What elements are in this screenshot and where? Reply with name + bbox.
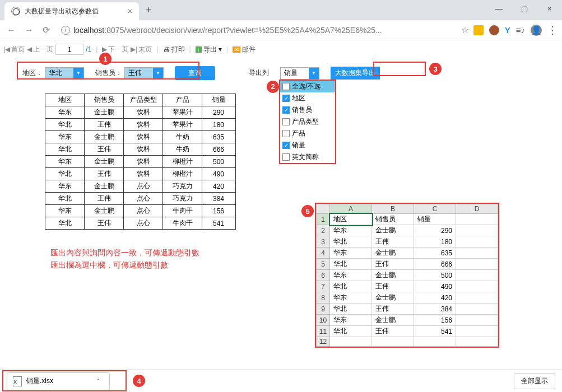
excel-row-header[interactable]: 5 — [317, 259, 330, 270]
excel-col-header[interactable]: D — [456, 204, 498, 214]
excel-row-header[interactable]: 11 — [317, 326, 330, 337]
excel-row: 1地区销售员销量 — [317, 214, 498, 225]
dropdown-option[interactable]: ✓销售员 — [280, 104, 335, 116]
excel-row: 11华北王伟541 — [317, 326, 498, 337]
xlsx-icon — [12, 376, 22, 386]
export-button[interactable]: ↓导出 ▾ — [196, 45, 222, 54]
url-bar[interactable]: i localhost:8075/webroot/decision/view/r… — [57, 24, 457, 37]
sales-select[interactable]: 王伟 ▼ — [124, 67, 164, 80]
profile-icon[interactable]: 👤 — [531, 25, 542, 36]
tab-title: 大数据量导出动态参数值 — [25, 7, 123, 16]
excel-row: 12 — [317, 337, 498, 347]
extension-icons: Y ≡♪ 👤 ⋮ — [473, 24, 558, 36]
excel-row-header[interactable]: 4 — [317, 248, 330, 259]
excel-row-header[interactable]: 7 — [317, 281, 330, 292]
ext-icon-1[interactable] — [473, 25, 484, 35]
badge-3: 3 — [429, 63, 442, 75]
window-controls: — ▢ × — [486, 0, 562, 17]
playlist-icon[interactable]: ≡♪ — [516, 25, 525, 35]
highlight-box-3 — [373, 62, 426, 76]
checkbox-icon: ✓ — [282, 106, 290, 114]
browser-tab[interactable]: ◯ 大数据量导出动态参数值 × — [4, 2, 139, 20]
excel-row: 3华北王伟180 — [317, 236, 498, 248]
checkbox-icon — [282, 118, 290, 125]
back-button[interactable]: ← — [4, 23, 18, 38]
query-button[interactable]: 查询 — [175, 66, 215, 80]
select-all-option[interactable]: 全选/不选 — [280, 81, 335, 92]
reload-button[interactable]: ⟳ — [40, 22, 52, 38]
excel-row-header[interactable]: 2 — [317, 225, 330, 236]
excel-row: 5华北王伟666 — [317, 259, 498, 270]
checkbox-icon — [282, 153, 290, 161]
page-input[interactable] — [55, 44, 83, 55]
prev-page-button[interactable]: ◀上一页 — [27, 45, 53, 54]
excel-row-header[interactable]: 6 — [317, 270, 330, 281]
column-header: 产品 — [163, 94, 202, 106]
table-row: 华北王伟点心牛肉干541 — [45, 217, 236, 230]
excel-row: 6华东金士鹏500 — [317, 270, 498, 281]
page-total: /1 — [86, 45, 91, 53]
excel-row: 8华东金士鹏420 — [317, 292, 498, 304]
minimize-button[interactable]: — — [486, 0, 512, 17]
excel-col-header[interactable]: B — [372, 204, 414, 214]
ext-icon-3[interactable]: Y — [505, 25, 510, 35]
column-header: 地区 — [45, 94, 85, 106]
excel-row-header[interactable]: 8 — [317, 292, 330, 304]
info-icon[interactable]: i — [61, 26, 70, 35]
export-col-select[interactable]: 销量 ▼ — [280, 67, 319, 80]
bookmark-icon[interactable]: ☆ — [461, 25, 469, 35]
dropdown-option[interactable]: ✓销量 — [280, 139, 335, 151]
close-button[interactable]: × — [537, 0, 562, 17]
dropdown-option[interactable]: ✓地区 — [280, 92, 335, 104]
excel-row: 7华北王伟490 — [317, 281, 498, 292]
excel-col-header[interactable]: A — [330, 204, 372, 214]
checkbox-icon — [282, 83, 290, 90]
print-button[interactable]: 🖨打印 — [163, 45, 185, 54]
excel-row: 4华东金士鹏635 — [317, 248, 498, 259]
sales-label: 销售员： — [95, 68, 122, 78]
table-row: 华东金士鹏点心牛肉干156 — [45, 205, 236, 217]
excel-row-header[interactable]: 1 — [317, 214, 330, 225]
table-row: 华东金士鹏饮料柳橙汁500 — [45, 156, 236, 168]
forward-button[interactable]: → — [22, 23, 36, 38]
dropdown-arrow-icon: ▼ — [73, 68, 83, 79]
browser-tabs: ◯ 大数据量导出动态参数值 × + — ▢ × — [0, 0, 562, 20]
excel-row-header[interactable]: 12 — [317, 337, 330, 347]
dropdown-option[interactable]: 产品类型 — [280, 116, 335, 128]
mail-button[interactable]: ✉邮件 — [233, 45, 256, 54]
checkbox-icon — [282, 130, 290, 137]
table-row: 华东金士鹏点心巧克力420 — [45, 180, 236, 193]
ext-icon-2[interactable] — [489, 25, 499, 35]
maximize-button[interactable]: ▢ — [512, 0, 537, 17]
first-page-button[interactable]: |◀首页 — [3, 45, 25, 54]
table-row: 华东金士鹏饮料牛奶635 — [45, 131, 236, 143]
table-row: 华东金士鹏饮料苹果汁290 — [45, 106, 236, 119]
dropdown-arrow-icon: ▼ — [309, 68, 319, 79]
excel-col-header[interactable]: C — [414, 204, 456, 214]
excel-row-header[interactable]: 3 — [317, 236, 330, 248]
checkbox-icon: ✓ — [282, 142, 290, 149]
column-header: 销售员 — [85, 94, 124, 106]
dropdown-arrow-icon: ▼ — [153, 68, 163, 79]
big-export-button[interactable]: 大数据集导出 — [331, 67, 380, 80]
last-page-button[interactable]: ▶|末页 — [131, 45, 152, 54]
dropdown-option[interactable]: 产品 — [280, 128, 335, 139]
excel-row-header[interactable]: 9 — [317, 304, 330, 315]
region-select[interactable]: 华北 ▼ — [45, 67, 84, 80]
dropdown-option[interactable]: 英文简称 — [280, 151, 335, 163]
badge-4: 4 — [133, 375, 145, 387]
close-icon[interactable]: × — [128, 7, 132, 16]
address-bar: ← → ⟳ i localhost:8075/webroot/decision/… — [0, 20, 562, 40]
data-table: 地区销售员产品类型产品销量 华东金士鹏饮料苹果汁290华北王伟饮料苹果汁180华… — [45, 94, 236, 230]
chevron-up-icon: ⌃ — [96, 378, 100, 384]
show-all-button[interactable]: 全部显示 — [514, 373, 555, 389]
menu-icon[interactable]: ⋮ — [547, 24, 558, 36]
table-row: 华北王伟饮料苹果汁180 — [45, 119, 236, 131]
new-tab-button[interactable]: + — [146, 4, 152, 16]
excel-row-header[interactable]: 10 — [317, 315, 330, 326]
globe-icon: ◯ — [11, 7, 20, 16]
url-port: :8075 — [104, 26, 124, 35]
download-item[interactable]: 销量.xlsx ⌃ — [7, 372, 110, 390]
column-header: 产品类型 — [124, 94, 163, 106]
badge-2: 2 — [267, 81, 279, 93]
